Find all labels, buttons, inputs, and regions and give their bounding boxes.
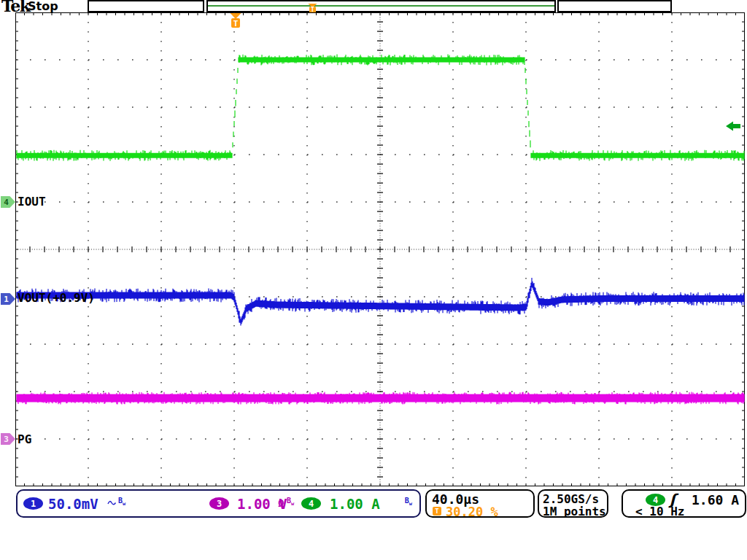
trigger-readout-box: 4 ʃ 1.60 A < 10 Hz: [622, 489, 746, 518]
trace-label-pg: PG: [18, 432, 31, 446]
trigger-level-arrow: [726, 122, 740, 131]
ch4-badge: 4: [301, 497, 321, 510]
acquisition-readout-box: 2.50GS/s 1M points: [538, 489, 608, 518]
ch4-position-marker: 4: [1, 196, 15, 208]
ch1-badge: 1: [23, 497, 43, 510]
ch4-bandwidth-icon: Bw: [405, 497, 412, 507]
ch3-bandwidth-icon: Bw: [287, 497, 294, 507]
header-box-left: [88, 0, 204, 12]
ch4-scale-readout: 1.00 A: [330, 496, 380, 512]
ch1-bandwidth-icon: Bw: [118, 497, 125, 507]
trace-label-iout: IOUT: [18, 195, 46, 209]
horizontal-readout-box: 40.0µs T 30.20 %: [425, 489, 535, 518]
trigger-level-readout: 1.60 A: [692, 492, 739, 508]
ch1-position-marker: 1: [1, 293, 15, 305]
vertical-readouts-box: 1 50.0mV Bw 3 1.00 V Ω Bw 4 1.00 A Bw: [16, 489, 421, 518]
ac-coupling-icon: [107, 496, 118, 510]
svg-text:T: T: [233, 19, 239, 28]
acquisition-status: Stop: [28, 0, 58, 13]
header-box-right: [557, 0, 672, 12]
preview-waveform-line: [208, 5, 554, 7]
oscilloscope-screen: Tek Stop T T 4 1 3 IOUT VOUT(+0.9V) PG 1…: [0, 0, 747, 560]
acquisition-preview-bar: T: [206, 0, 556, 12]
trace-label-vout: VOUT(+0.9V): [18, 291, 95, 305]
trigger-frequency-readout: < 10 Hz: [635, 505, 684, 518]
trace-pg: [17, 392, 744, 405]
trigger-position-icon: T: [433, 507, 441, 516]
ch3-position-marker: 3: [1, 433, 15, 445]
ch3-badge: 3: [209, 497, 229, 510]
trigger-position-readout: 30.20 %: [446, 505, 498, 519]
ch1-scale-readout: 50.0mV: [48, 496, 98, 512]
waveform-display: T: [15, 12, 745, 486]
record-length-readout: 1M points: [543, 505, 606, 518]
ch3-impedance-symbol: Ω: [278, 497, 284, 509]
